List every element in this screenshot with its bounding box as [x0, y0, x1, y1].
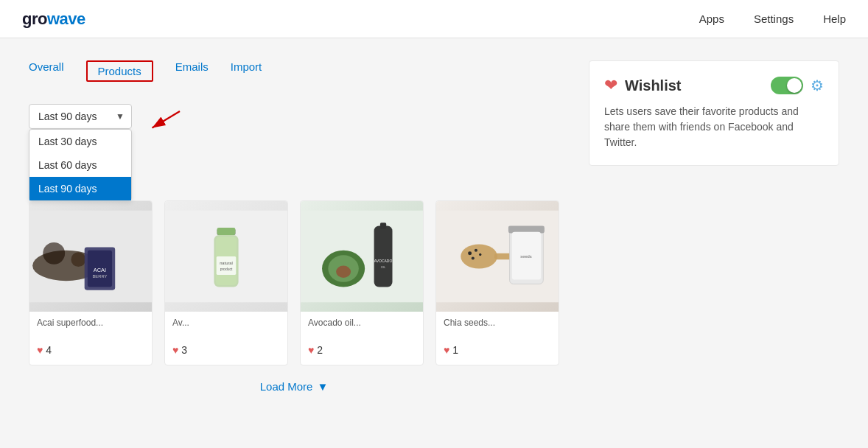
tab-import[interactable]: Import	[231, 60, 262, 82]
arrow-annotation	[147, 104, 191, 141]
svg-text:product: product	[220, 267, 233, 271]
header: growave Apps Settings Help	[0, 0, 868, 38]
svg-point-32	[472, 256, 475, 259]
heart-icon-3: ♥	[308, 344, 314, 356]
tabs-bar: Overall Products Emails Import	[29, 60, 559, 82]
svg-point-29	[468, 251, 472, 255]
wish-count-2: 3	[181, 344, 187, 356]
dropdown-menu: Last 30 days Last 60 days Last 90 days	[29, 129, 132, 201]
wishlist-heart-icon: ❤	[604, 76, 617, 95]
tab-emails[interactable]: Emails	[175, 60, 209, 82]
product-card-3: AVOCADO OIL Avocado oil... ♥ 2	[300, 200, 424, 365]
load-more-label: Load More	[260, 380, 313, 393]
wishlist-toggle[interactable]	[771, 77, 803, 94]
load-more-chevron-icon: ▼	[317, 380, 328, 393]
svg-line-1	[153, 111, 181, 128]
filter-row: Last 30 daysLast 60 daysLast 90 days ▼ L…	[29, 104, 559, 129]
product-wishlist-4: ♥ 1	[444, 344, 551, 356]
product-image-2: natural product	[165, 201, 287, 312]
product-info-2: Av... ♥ 3	[165, 312, 287, 365]
logo-wave: wave	[47, 10, 85, 28]
svg-point-21	[336, 265, 351, 278]
tab-overall[interactable]: Overall	[29, 60, 64, 82]
product-wishlist-3: ♥ 2	[308, 344, 416, 356]
svg-rect-18	[301, 211, 423, 303]
svg-text:BERRY: BERRY	[93, 274, 108, 279]
product-name-4: Chia seeds...	[444, 318, 551, 340]
dropdown-option-30[interactable]: Last 30 days	[29, 130, 131, 153]
product-image-3: AVOCADO OIL	[301, 201, 423, 312]
product-info-3: Avocado oil... ♥ 2	[301, 312, 423, 365]
heart-icon-1: ♥	[37, 344, 43, 356]
dropdown-option-90[interactable]: Last 90 days	[29, 177, 131, 200]
product-card-1: ACAI BERRY Acai superfood... ♥ 4	[29, 200, 153, 365]
wish-count-4: 1	[452, 344, 458, 356]
svg-rect-15	[217, 256, 237, 275]
wishlist-title: Wishlist	[625, 77, 763, 94]
date-filter-select[interactable]: Last 30 daysLast 60 daysLast 90 days	[29, 104, 132, 129]
nav-apps[interactable]: Apps	[699, 13, 724, 25]
product-name-1: Acai superfood...	[37, 318, 144, 340]
product-card-4: seeds Chia seeds... ♥ 1	[435, 200, 559, 365]
dropdown-option-60[interactable]: Last 60 days	[29, 153, 131, 177]
nav-settings[interactable]: Settings	[754, 13, 794, 25]
main-container: Overall Products Emails Import Last 30 d…	[14, 38, 854, 416]
svg-point-5	[71, 252, 85, 267]
wish-count-3: 2	[317, 344, 323, 356]
product-card-2: natural product Av... ♥ 3	[164, 200, 288, 365]
wishlist-settings-button[interactable]: ⚙	[811, 77, 824, 94]
wishlist-header: ❤ Wishlist ⚙	[604, 76, 824, 95]
svg-text:OIL: OIL	[381, 265, 386, 269]
svg-point-27	[461, 244, 497, 268]
svg-text:seeds: seeds	[520, 254, 532, 259]
svg-point-30	[475, 249, 477, 252]
svg-point-4	[43, 242, 65, 265]
heart-icon-2: ♥	[172, 344, 178, 356]
product-image-4: seeds	[436, 201, 559, 312]
svg-text:natural: natural	[220, 261, 233, 265]
heart-icon-4: ♥	[444, 344, 449, 356]
product-name-2: Av...	[172, 318, 280, 340]
svg-rect-22	[374, 226, 393, 287]
svg-text:ACAI: ACAI	[94, 267, 106, 273]
product-info-4: Chia seeds... ♥ 1	[436, 312, 559, 365]
nav-help[interactable]: Help	[823, 13, 846, 25]
tab-products[interactable]: Products	[86, 60, 153, 82]
wishlist-card: ❤ Wishlist ⚙ Lets users save their favor…	[589, 60, 839, 166]
product-info-1: Acai superfood... ♥ 4	[29, 312, 152, 365]
product-wishlist-1: ♥ 4	[37, 344, 144, 356]
wishlist-description: Lets users save their favorite products …	[604, 104, 824, 150]
svg-point-31	[479, 253, 481, 256]
wish-count-1: 4	[46, 344, 52, 356]
svg-text:AVOCADO: AVOCADO	[374, 259, 393, 263]
product-name-3: Avocado oil...	[308, 318, 416, 340]
product-image-1: ACAI BERRY	[29, 201, 152, 312]
date-filter-wrapper: Last 30 daysLast 60 daysLast 90 days ▼ L…	[29, 104, 132, 129]
product-grid: ACAI BERRY Acai superfood... ♥ 4	[29, 200, 559, 365]
load-more-row: Load More ▼	[29, 380, 559, 393]
svg-rect-23	[380, 223, 386, 228]
left-section: Overall Products Emails Import Last 30 d…	[29, 60, 559, 393]
right-section: ❤ Wishlist ⚙ Lets users save their favor…	[589, 60, 839, 393]
logo: growave	[22, 10, 85, 29]
main-nav: Apps Settings Help	[699, 13, 846, 25]
product-wishlist-2: ♥ 3	[172, 344, 280, 356]
load-more-button[interactable]: Load More ▼	[260, 380, 329, 393]
svg-rect-14	[217, 228, 236, 235]
